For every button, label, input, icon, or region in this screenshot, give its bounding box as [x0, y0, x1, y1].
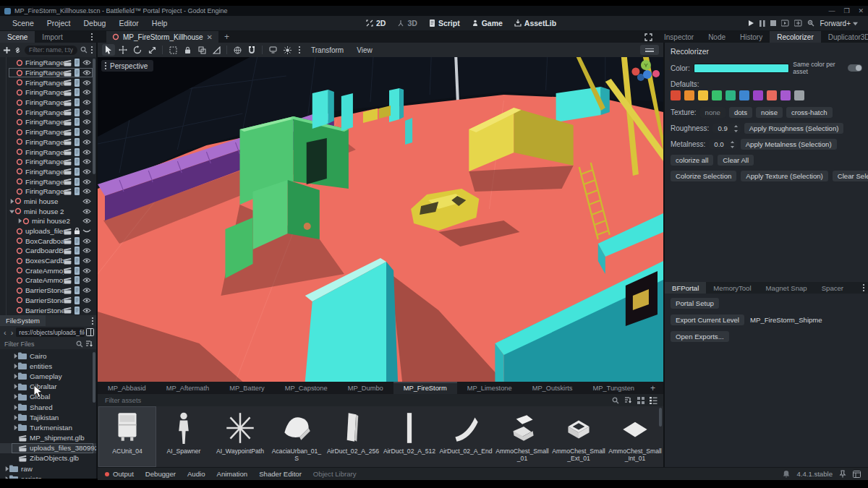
use-local-space-icon[interactable] [231, 44, 244, 56]
menu-transform[interactable]: Transform [305, 46, 349, 54]
map-tab-mp_tungsten[interactable]: MP_Tungsten [582, 382, 644, 394]
scene-tree-item[interactable]: FiringRange_Floor [0, 167, 96, 177]
asset-item[interactable]: AmmoChest_Small_Ext_01 [550, 407, 607, 466]
filesystem-item[interactable]: MP_shipment.glb [0, 433, 96, 443]
select-tool-icon[interactable] [102, 44, 115, 56]
new-scene-tab-button[interactable]: + [218, 31, 235, 43]
scene-tree-item[interactable]: mini house 2 [0, 206, 96, 216]
map-tab-mp_battery[interactable]: MP_Battery [219, 382, 275, 394]
scene-tree-item[interactable]: FiringRange_Floor [0, 68, 96, 78]
environment-icon[interactable] [281, 44, 294, 56]
add-node-icon[interactable] [3, 46, 11, 54]
workspace-2d[interactable]: 2D [362, 17, 390, 29]
asset-item[interactable]: AI_Spawner [156, 407, 212, 466]
metalness-spinbox[interactable]: 0.0 [709, 140, 736, 149]
spinner-arrows-icon[interactable] [730, 141, 735, 148]
scene-tree-item[interactable]: FiringRange_Floor [0, 137, 96, 147]
scene-tree-item[interactable]: FiringRange_Floor [0, 87, 96, 98]
filesystem-item[interactable]: Cairo [0, 351, 96, 361]
workspace-assetlib[interactable]: AssetLib [510, 17, 561, 29]
group-node-icon[interactable] [195, 44, 208, 56]
map-tab-mp_firestorm[interactable]: MP_FireStorm [393, 382, 457, 394]
open-exports-button[interactable]: Open Exports... [671, 331, 729, 342]
scene-filter-input[interactable] [25, 46, 77, 55]
expand-viewport-icon[interactable] [640, 31, 657, 43]
scale-tool-icon[interactable] [145, 44, 158, 56]
spinner-arrows-icon[interactable] [733, 125, 739, 132]
map-tab-mp_outskirts[interactable]: MP_Outskirts [522, 382, 583, 394]
default-color-swatch[interactable] [684, 90, 694, 100]
asset-item[interactable]: AmmoChest_Small_Int_01 [607, 407, 663, 466]
bottom-panel-debugger[interactable]: Debugger [145, 470, 176, 478]
map-tab-mp_dumbo[interactable]: MP_Dumbo [338, 382, 393, 394]
texture-option-cross-hatch[interactable]: cross-hatch [786, 107, 833, 118]
bfportal-tab-bfportal[interactable]: BFPortal [665, 282, 706, 294]
bfportal-tab-memorytool[interactable]: MemoryTool [706, 282, 758, 294]
viewport-3d[interactable]: Y Perspective [98, 57, 663, 382]
scene-tree-item[interactable]: FiringRange_Floor [0, 58, 96, 68]
filesystem-item[interactable]: uploads_files_3809927_killh... [0, 443, 96, 453]
scene-tree-item[interactable]: CrateAmmo_01_St [0, 265, 96, 275]
bfportal-tab-spacer[interactable]: Spacer [814, 282, 851, 294]
texture-option-none[interactable]: none [700, 107, 726, 118]
viewport-menu-dots-icon[interactable] [298, 46, 301, 54]
lock-node-icon[interactable] [181, 44, 194, 56]
scene-tree-item[interactable]: FiringRange_Floor [0, 157, 96, 167]
sort-icon[interactable] [624, 396, 632, 404]
play-button[interactable] [747, 20, 754, 27]
export-current-level-button[interactable]: Export Current Level [671, 314, 744, 325]
default-color-swatch[interactable] [712, 90, 722, 100]
minimize-icon[interactable]: — [828, 7, 835, 14]
apply-roughness-button[interactable]: Apply Roughness (Selection) [744, 123, 844, 134]
texture-option-dots[interactable]: dots [729, 107, 752, 118]
menu-debug[interactable]: Debug [77, 17, 112, 29]
workspace-game[interactable]: Game [467, 17, 507, 29]
menu-editor[interactable]: Editor [112, 17, 145, 29]
camera-settings-button[interactable] [640, 45, 659, 55]
filesystem-item[interactable]: raw [0, 463, 96, 474]
bottom-panel-shader-editor[interactable]: Shader Editor [259, 470, 302, 478]
dock-tab-duplicator3d[interactable]: Duplicator3D [821, 31, 868, 43]
scene-tree-item[interactable]: CrateAmmo_01 [0, 275, 96, 286]
close-icon[interactable]: ✕ [858, 7, 864, 14]
snap-toggle-icon[interactable] [245, 44, 258, 56]
grid-view-icon[interactable] [637, 397, 644, 404]
scene-tree-item[interactable]: BarrierStoneBlock [0, 305, 96, 315]
default-color-swatch[interactable] [739, 90, 749, 100]
default-color-swatch[interactable] [726, 90, 736, 100]
bfportal-tab-magnet-snap[interactable]: Magnet Snap [759, 282, 814, 294]
scene-tree-item[interactable]: FiringRange_Floor [0, 127, 96, 137]
filesystem-item[interactable]: Tajikistan [0, 412, 96, 422]
asset-item[interactable]: AcaciaUrban_01_S [268, 407, 325, 466]
filesystem-item[interactable]: ZibaObjects.glb [0, 453, 96, 463]
asset-item[interactable]: AirDuct_02_A_End [438, 407, 494, 466]
filesystem-item[interactable]: scripts [0, 474, 96, 479]
move-tool-icon[interactable] [116, 44, 129, 56]
nav-forward-icon[interactable]: › [9, 328, 15, 337]
filesystem-menu-dots-icon[interactable] [91, 317, 94, 325]
map-tab-mp_limestone[interactable]: MP_Limestone [457, 382, 522, 394]
asset-item[interactable]: AirDuct_02_A_256 [325, 407, 381, 466]
remote-debug-button[interactable] [807, 20, 814, 27]
dock-tab-node[interactable]: Node [701, 31, 733, 43]
roughness-spinbox[interactable]: 0.9 [712, 124, 740, 133]
default-color-swatch[interactable] [767, 90, 777, 100]
nav-back-icon[interactable]: ‹ [2, 328, 8, 337]
default-color-swatch[interactable] [780, 90, 791, 100]
asset-item[interactable]: AirDuct_02_A_512 [381, 407, 438, 466]
filesystem-item[interactable]: Gibraltar [0, 382, 96, 392]
dock-tab-import[interactable]: Import [35, 31, 69, 43]
clear-selection-button[interactable]: Clear Selection [833, 171, 868, 181]
filesystem-scrollbar[interactable] [93, 352, 95, 403]
filesystem-tab[interactable]: FileSystem [0, 314, 46, 327]
scene-tree-item[interactable]: BarrierStoneBlock [0, 286, 96, 296]
bottom-panel-audio[interactable]: Audio [187, 470, 205, 478]
dock-tab-history[interactable]: History [733, 31, 770, 43]
colorize-all-button[interactable]: colorize all [671, 155, 713, 166]
bottom-panel-animation[interactable]: Animation [217, 470, 248, 478]
add-map-tab-button[interactable]: + [644, 382, 661, 394]
dock-tab-inspector[interactable]: Inspector [657, 31, 701, 43]
map-tab-mp_abbasid[interactable]: MP_Abbasid [98, 382, 156, 394]
scene-tree-item[interactable]: FiringRange_Floor [0, 107, 96, 117]
maximize-icon[interactable]: ❒ [843, 7, 849, 14]
